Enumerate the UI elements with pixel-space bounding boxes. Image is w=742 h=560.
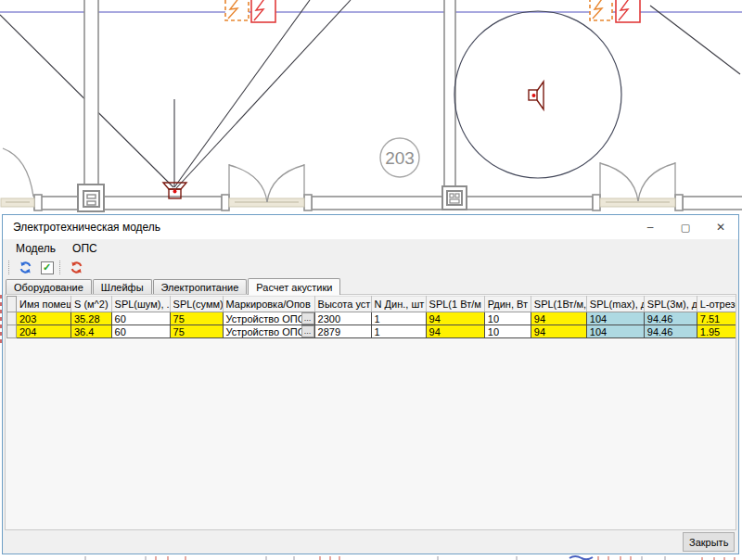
speaker-coverage-circle [454,11,621,178]
column-header[interactable]: N Дин., шт [371,297,426,312]
tab-0[interactable]: Оборудование [6,279,92,294]
table-cell[interactable]: 2300 [314,312,371,325]
junction-box-icon [78,185,104,211]
browse-button[interactable]: ... [301,312,314,325]
refresh-icon[interactable] [69,261,84,275]
grid-body: 20335.286075Устройство ОПС...23001941094… [7,312,737,338]
table-cell[interactable]: 75 [170,312,223,325]
table-cell[interactable]: 1.95 [697,325,736,338]
table-cell[interactable]: 204 [17,325,71,338]
column-header[interactable]: SPL(шум), . [111,297,170,312]
column-header[interactable]: SPL(1Вт/м, [531,297,586,312]
checkmark-icon: ✓ [41,261,54,274]
column-header[interactable]: Имя помещ [17,297,71,312]
column-header[interactable]: Рдин, Вт [484,297,531,312]
drawing-bottom-strip [85,556,735,560]
table-cell[interactable]: 94 [531,325,586,338]
table-cell[interactable]: 104 [586,312,644,325]
table-cell[interactable]: 36.4 [71,325,112,338]
table-cell[interactable]: 10 [484,312,531,325]
minimize-button[interactable]: – [633,215,668,239]
menu-item-0[interactable]: Модель [7,240,64,257]
dialog-titlebar[interactable]: Электротехническая модель – ▢ ✕ [3,215,738,239]
table-cell[interactable]: 75 [170,325,223,338]
dialog-footer: Закрыть [3,530,738,554]
device-cell-text: Устройство ОПС [226,326,305,337]
table-cell[interactable]: 7.51 [697,312,736,325]
acoustics-tab-page: Имя помещS (м^2)SPL(шум), .SPL(сумм).Мар… [5,294,736,530]
table-cell[interactable]: 60 [111,325,170,338]
table-cell[interactable]: 94.46 [644,312,697,325]
maximize-button[interactable]: ▢ [668,215,703,239]
room-number-bubble: 203 [380,138,419,177]
row-header[interactable] [7,312,17,325]
menu-item-1[interactable]: ОПС [64,240,106,257]
tab-strip: ОборудованиеШлейфыЭлектропитаниеРасчет а… [3,277,738,294]
room-label: 203 [385,148,415,168]
toolbar: ✓ [3,258,738,277]
walls [34,0,742,210]
table-cell[interactable]: 203 [17,312,71,325]
speaker-icon [529,82,544,109]
tab-2[interactable]: Электропитание [153,279,248,294]
table-row: 20436.46075Устройство ОПС...287919410941… [7,325,737,338]
app-canvas: 203 [0,0,742,560]
column-header[interactable]: Высота уст [314,297,371,312]
column-header[interactable]: SPL(сумм). [170,297,223,312]
sync-icon[interactable] [18,261,33,275]
row-header[interactable] [7,325,17,338]
table-cell[interactable]: 94.46 [644,325,697,338]
table-cell[interactable]: 94 [531,312,586,325]
column-header[interactable]: SPL(3м), дБ [644,297,697,312]
table-cell[interactable]: 1 [371,312,426,325]
toolbar-separator [59,261,62,274]
tab-3[interactable]: Расчет акустики [248,278,340,295]
table-cell[interactable]: 94 [426,325,484,338]
table-cell[interactable]: Устройство ОПС... [223,325,314,338]
grid-header-row: Имя помещS (м^2)SPL(шум), .SPL(сумм).Мар… [7,297,737,312]
column-header[interactable]: SPL(1 Вт/м [426,297,484,312]
table-cell[interactable]: 60 [111,312,170,325]
column-header[interactable]: SPL(max), д [586,297,644,312]
toolbar-separator [8,261,11,274]
table-cell[interactable]: 10 [484,325,531,338]
junction-box-icon [442,186,467,210]
electrotechnical-model-dialog: Электротехническая модель – ▢ ✕ МодельОП… [2,214,739,554]
validate-icon[interactable]: ✓ [39,261,55,275]
table-cell[interactable]: 104 [586,325,644,338]
close-icon[interactable]: ✕ [703,215,738,239]
table-cell[interactable]: 1 [371,325,426,338]
column-header[interactable]: S (м^2) [71,297,112,312]
tab-1[interactable]: Шлейфы [93,279,152,294]
acoustics-grid: Имя помещS (м^2)SPL(шум), .SPL(сумм).Мар… [6,296,736,338]
table-cell[interactable]: 35.28 [71,312,112,325]
column-header[interactable]: L-отрезок, [697,297,736,312]
column-header[interactable]: Маркировка/Опов [223,297,314,312]
menu-bar: МодельОПС [3,239,738,258]
speaker-wire-lines [0,0,740,188]
table-cell[interactable]: 2879 [314,325,371,338]
table-cell[interactable]: Устройство ОПС... [223,312,314,325]
grid-corner-cell[interactable] [7,297,17,312]
device-cell-text: Устройство ОПС [226,313,305,325]
browse-button[interactable]: ... [301,325,314,337]
table-row: 20335.286075Устройство ОПС...23001941094… [7,312,737,325]
close-button[interactable]: Закрыть [683,532,735,552]
table-cell[interactable]: 94 [426,312,484,325]
dialog-title: Электротехническая модель [3,221,160,234]
alarm-device-icons [225,0,640,22]
window-controls: – ▢ ✕ [633,215,738,239]
